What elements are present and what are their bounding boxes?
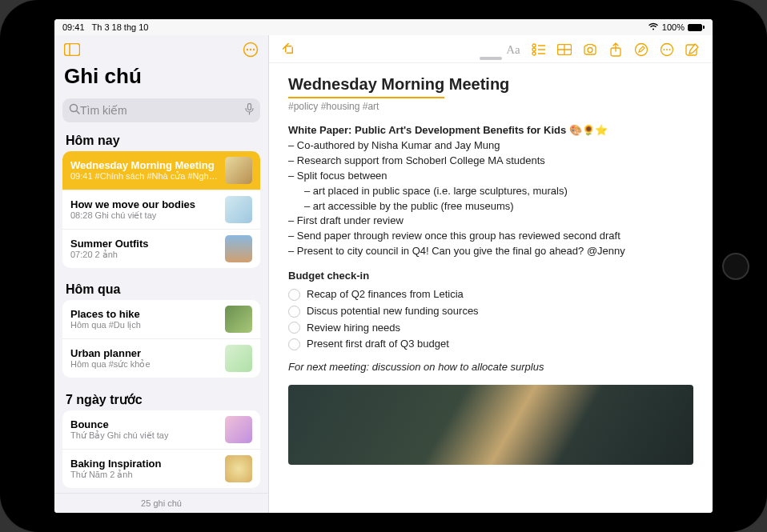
- note-thumbnail: [225, 455, 252, 482]
- checkbox-icon[interactable]: [288, 306, 300, 318]
- note-attached-image[interactable]: [288, 385, 693, 465]
- svg-point-11: [532, 48, 536, 51]
- note-list-item[interactable]: BounceThứ Bảy Ghi chú viết tay: [62, 410, 260, 450]
- svg-point-22: [664, 49, 665, 50]
- note-thumbnail: [225, 157, 252, 184]
- sidebar: Ghi chú Hôm nayWednesday Morning Meeting…: [54, 35, 269, 513]
- note-item-title: Wednesday Morning Meeting: [70, 159, 219, 171]
- note-title: Wednesday Morning Meeting: [288, 73, 693, 98]
- sidebar-footer: 25 ghi chú: [54, 493, 268, 513]
- note-list-item[interactable]: How we move our bodies08:28 Ghi chú viết…: [62, 190, 260, 230]
- note-line: – art placed in public space (i.e. large…: [304, 184, 693, 199]
- checklist-item[interactable]: Recap of Q2 finances from Leticia: [288, 287, 693, 302]
- note-item-title: Summer Outfits: [70, 238, 219, 250]
- home-button[interactable]: [722, 253, 749, 280]
- note-editor: Aa: [269, 35, 713, 513]
- note-thumbnail: [225, 306, 252, 333]
- note-list-item[interactable]: Baking InspirationThứ Năm 2 ảnh: [62, 450, 260, 488]
- svg-point-4: [250, 49, 251, 50]
- note-line: – First draft under review: [288, 214, 693, 229]
- search-icon: [69, 103, 80, 118]
- search-field[interactable]: [62, 98, 260, 122]
- more-icon[interactable]: [657, 40, 677, 59]
- section-header: Hôm qua: [54, 278, 268, 300]
- checklist-item[interactable]: Discus potential new funding sources: [288, 304, 693, 319]
- note-line: – Split focus between: [288, 169, 693, 184]
- checklist-label: Present first draft of Q3 budget: [307, 337, 449, 352]
- note-thumbnail: [225, 345, 252, 372]
- note-item-subtitle: Thứ Năm 2 ảnh: [70, 470, 219, 480]
- note-thumbnail: [225, 196, 252, 223]
- next-meeting-note: For next meeting: discussion on how to a…: [288, 360, 693, 375]
- note-list-item[interactable]: Places to hikeHôm qua #Du lịch: [62, 300, 260, 339]
- note-item-title: Urban planner: [70, 347, 219, 359]
- format-text-icon[interactable]: Aa: [503, 40, 524, 59]
- status-date: Th 3 18 thg 10: [92, 22, 149, 32]
- compose-icon[interactable]: [682, 40, 703, 59]
- checkbox-icon[interactable]: [288, 322, 300, 334]
- svg-point-5: [253, 49, 255, 50]
- note-item-subtitle: Thứ Bảy Ghi chú viết tay: [70, 430, 219, 441]
- battery-percent: 100%: [662, 22, 685, 32]
- note-item-subtitle: 08:28 Ghi chú viết tay: [70, 210, 219, 221]
- svg-point-18: [588, 48, 592, 53]
- svg-line-7: [77, 111, 79, 114]
- note-thumbnail: [225, 416, 252, 443]
- wifi-icon: [648, 22, 659, 32]
- grab-handle-icon[interactable]: [480, 57, 502, 60]
- note-hashtags: #policy #housing #art: [288, 100, 693, 114]
- note-item-subtitle: 09:41 #Chính sách #Nhà cửa #Nghệ...: [70, 171, 219, 182]
- share-icon[interactable]: [605, 40, 626, 59]
- dictate-icon[interactable]: [245, 103, 254, 118]
- checklist-item[interactable]: Review hiring needs: [288, 321, 693, 336]
- status-time: 09:41: [62, 22, 85, 32]
- svg-point-23: [666, 49, 668, 50]
- sidebar-toggle-icon[interactable]: [62, 40, 82, 59]
- note-list-item[interactable]: Wednesday Morning Meeting09:41 #Chính sá…: [62, 151, 260, 190]
- camera-icon[interactable]: [580, 40, 600, 59]
- checklist-label: Review hiring needs: [307, 321, 400, 336]
- note-line: – art accessible by the public (free mus…: [304, 199, 693, 214]
- note-line: – Present to city council in Q4! Can you…: [288, 244, 693, 259]
- checklist-item[interactable]: Present first draft of Q3 budget: [288, 337, 693, 352]
- note-thumbnail: [225, 235, 252, 262]
- checklist-label: Recap of Q2 finances from Leticia: [307, 287, 464, 302]
- note-item-title: Bounce: [70, 418, 219, 430]
- checkbox-icon[interactable]: [288, 338, 300, 350]
- note-list-item[interactable]: Summer Outfits07:20 2 ảnh: [62, 230, 260, 268]
- note-item-title: Places to hike: [70, 308, 219, 320]
- note-line: – Send paper through review once this gr…: [288, 229, 693, 244]
- battery-icon: [688, 24, 705, 31]
- note-content[interactable]: Wednesday Morning Meeting #policy #housi…: [269, 63, 713, 474]
- status-bar: 09:41 Th 3 18 thg 10 100%: [54, 19, 713, 35]
- section-header: 7 ngày trước: [54, 387, 268, 410]
- svg-rect-0: [65, 44, 80, 56]
- section-header: Hôm nay: [54, 129, 268, 151]
- more-options-icon[interactable]: [241, 40, 260, 59]
- checklist-icon[interactable]: [528, 40, 549, 59]
- note-line: – Co-authored by Nisha Kumar and Jay Mun…: [288, 138, 693, 154]
- svg-rect-8: [248, 103, 251, 110]
- note-item-subtitle: Hôm qua #sức khỏe: [70, 359, 219, 370]
- svg-point-20: [636, 44, 648, 56]
- note-list-item[interactable]: Urban plannerHôm qua #sức khỏe: [62, 339, 260, 378]
- note-item-subtitle: 07:20 2 ảnh: [70, 250, 219, 260]
- svg-point-3: [247, 49, 248, 50]
- note-item-title: How we move our bodies: [70, 198, 219, 210]
- svg-point-9: [532, 44, 536, 47]
- note-item-title: Baking Inspiration: [70, 458, 219, 470]
- svg-point-13: [532, 52, 536, 55]
- search-input[interactable]: [80, 104, 245, 117]
- emoji-decoration: 🎨🌻⭐: [569, 124, 608, 136]
- budget-heading: Budget check-in: [288, 269, 693, 284]
- table-icon[interactable]: [554, 40, 575, 59]
- note-item-subtitle: Hôm qua #Du lịch: [70, 320, 219, 330]
- checkbox-icon[interactable]: [288, 289, 300, 301]
- markup-icon[interactable]: [631, 40, 652, 59]
- svg-point-24: [669, 49, 671, 50]
- checklist-label: Discus potential new funding sources: [307, 304, 479, 319]
- whitepaper-heading: White Paper: Public Art's Development Be…: [288, 124, 566, 136]
- note-line: – Research support from Schoberl College…: [288, 154, 693, 169]
- expand-icon[interactable]: [279, 40, 299, 59]
- sidebar-title: Ghi chú: [54, 59, 268, 94]
